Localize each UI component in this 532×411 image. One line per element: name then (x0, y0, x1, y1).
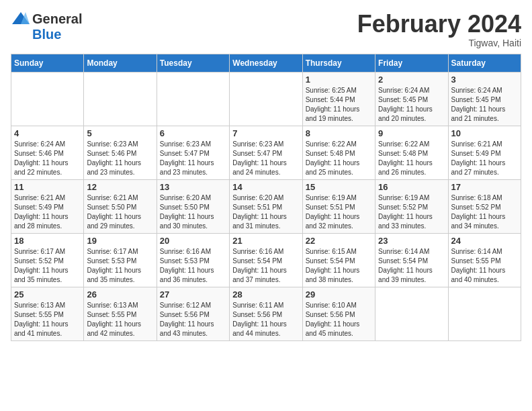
day-info: Sunrise: 6:22 AM Sunset: 5:48 PM Dayligh… (378, 140, 445, 177)
day-number: 8 (306, 128, 372, 138)
day-info: Sunrise: 6:13 AM Sunset: 5:55 PM Dayligh… (87, 301, 153, 338)
day-info: Sunrise: 6:14 AM Sunset: 5:55 PM Dayligh… (451, 247, 518, 285)
day-info: Sunrise: 6:20 AM Sunset: 5:50 PM Dayligh… (160, 193, 226, 231)
day-number: 10 (451, 128, 518, 138)
col-header-tuesday: Tuesday (157, 54, 229, 72)
calendar-cell: 22Sunrise: 6:15 AM Sunset: 5:54 PM Dayli… (302, 233, 375, 287)
day-info: Sunrise: 6:17 AM Sunset: 5:53 PM Dayligh… (87, 247, 153, 285)
day-info: Sunrise: 6:18 AM Sunset: 5:52 PM Dayligh… (451, 193, 518, 231)
col-header-monday: Monday (84, 54, 157, 72)
calendar-cell: 18Sunrise: 6:17 AM Sunset: 5:52 PM Dayli… (11, 233, 84, 287)
day-number: 20 (160, 236, 226, 246)
day-info: Sunrise: 6:24 AM Sunset: 5:45 PM Dayligh… (451, 86, 518, 124)
day-number: 12 (87, 182, 153, 192)
day-info: Sunrise: 6:17 AM Sunset: 5:52 PM Dayligh… (14, 247, 81, 285)
day-number: 18 (14, 236, 81, 246)
day-info: Sunrise: 6:23 AM Sunset: 5:46 PM Dayligh… (87, 140, 153, 177)
day-number: 19 (87, 236, 153, 246)
calendar-cell: 12Sunrise: 6:21 AM Sunset: 5:50 PM Dayli… (84, 179, 157, 233)
day-info: Sunrise: 6:24 AM Sunset: 5:45 PM Dayligh… (378, 86, 445, 124)
day-number: 29 (306, 289, 372, 300)
day-number: 21 (232, 236, 299, 246)
calendar-cell (375, 287, 448, 340)
calendar-cell: 27Sunrise: 6:12 AM Sunset: 5:56 PM Dayli… (157, 287, 229, 340)
logo-icon (11, 11, 31, 27)
day-number: 28 (232, 289, 299, 300)
col-header-saturday: Saturday (448, 54, 521, 72)
day-info: Sunrise: 6:16 AM Sunset: 5:54 PM Dayligh… (232, 247, 299, 285)
day-info: Sunrise: 6:24 AM Sunset: 5:46 PM Dayligh… (14, 140, 81, 177)
calendar-cell (157, 72, 229, 126)
day-number: 17 (451, 182, 518, 192)
title-block: February 2024 Tigwav, Haiti (357, 11, 521, 48)
calendar-cell: 4Sunrise: 6:24 AM Sunset: 5:46 PM Daylig… (11, 126, 84, 179)
calendar-cell: 1Sunrise: 6:25 AM Sunset: 5:44 PM Daylig… (302, 72, 375, 126)
day-number: 16 (378, 182, 445, 192)
calendar-cell: 8Sunrise: 6:22 AM Sunset: 5:48 PM Daylig… (302, 126, 375, 179)
day-number: 1 (306, 75, 372, 85)
calendar-table: SundayMondayTuesdayWednesdayThursdayFrid… (11, 54, 521, 341)
day-info: Sunrise: 6:19 AM Sunset: 5:51 PM Dayligh… (306, 193, 372, 231)
day-info: Sunrise: 6:22 AM Sunset: 5:48 PM Dayligh… (306, 140, 372, 177)
day-info: Sunrise: 6:21 AM Sunset: 5:50 PM Dayligh… (87, 193, 153, 231)
col-header-thursday: Thursday (302, 54, 375, 72)
calendar-cell: 9Sunrise: 6:22 AM Sunset: 5:48 PM Daylig… (375, 126, 448, 179)
day-info: Sunrise: 6:23 AM Sunset: 5:47 PM Dayligh… (232, 140, 299, 177)
calendar-cell: 6Sunrise: 6:23 AM Sunset: 5:47 PM Daylig… (157, 126, 229, 179)
day-number: 27 (160, 289, 226, 300)
calendar-cell: 24Sunrise: 6:14 AM Sunset: 5:55 PM Dayli… (448, 233, 521, 287)
day-number: 6 (160, 128, 226, 138)
day-info: Sunrise: 6:11 AM Sunset: 5:56 PM Dayligh… (232, 301, 299, 338)
day-info: Sunrise: 6:12 AM Sunset: 5:56 PM Dayligh… (160, 301, 226, 338)
day-info: Sunrise: 6:14 AM Sunset: 5:54 PM Dayligh… (378, 247, 445, 285)
calendar-cell (11, 72, 84, 126)
day-info: Sunrise: 6:21 AM Sunset: 5:49 PM Dayligh… (14, 193, 81, 231)
calendar-cell: 16Sunrise: 6:19 AM Sunset: 5:52 PM Dayli… (375, 179, 448, 233)
calendar-cell: 3Sunrise: 6:24 AM Sunset: 5:45 PM Daylig… (448, 72, 521, 126)
day-number: 11 (14, 182, 81, 192)
day-number: 9 (378, 128, 445, 138)
day-info: Sunrise: 6:10 AM Sunset: 5:56 PM Dayligh… (306, 301, 372, 338)
day-info: Sunrise: 6:25 AM Sunset: 5:44 PM Dayligh… (306, 86, 372, 124)
day-info: Sunrise: 6:20 AM Sunset: 5:51 PM Dayligh… (232, 193, 299, 231)
calendar-cell: 26Sunrise: 6:13 AM Sunset: 5:55 PM Dayli… (84, 287, 157, 340)
calendar-cell: 20Sunrise: 6:16 AM Sunset: 5:53 PM Dayli… (157, 233, 229, 287)
calendar-cell (230, 72, 302, 126)
day-info: Sunrise: 6:16 AM Sunset: 5:53 PM Dayligh… (160, 247, 226, 285)
page-header: General Blue February 2024 Tigwav, Haiti (11, 11, 521, 48)
calendar-cell: 17Sunrise: 6:18 AM Sunset: 5:52 PM Dayli… (448, 179, 521, 233)
day-number: 4 (14, 128, 81, 138)
day-info: Sunrise: 6:13 AM Sunset: 5:55 PM Dayligh… (14, 301, 81, 338)
location-text: Tigwav, Haiti (357, 38, 521, 48)
calendar-cell: 19Sunrise: 6:17 AM Sunset: 5:53 PM Dayli… (84, 233, 157, 287)
day-number: 23 (378, 236, 445, 246)
calendar-cell: 2Sunrise: 6:24 AM Sunset: 5:45 PM Daylig… (375, 72, 448, 126)
calendar-cell: 29Sunrise: 6:10 AM Sunset: 5:56 PM Dayli… (302, 287, 375, 340)
calendar-cell: 14Sunrise: 6:20 AM Sunset: 5:51 PM Dayli… (230, 179, 302, 233)
day-number: 15 (306, 182, 372, 192)
day-number: 2 (378, 75, 445, 85)
logo-blue-text: Blue (32, 27, 61, 42)
logo-general-text: General (32, 11, 82, 27)
calendar-cell: 7Sunrise: 6:23 AM Sunset: 5:47 PM Daylig… (230, 126, 302, 179)
day-number: 5 (87, 128, 153, 138)
calendar-cell (448, 287, 521, 340)
day-number: 3 (451, 75, 518, 85)
day-number: 26 (87, 289, 153, 300)
day-number: 14 (232, 182, 299, 192)
calendar-cell (84, 72, 157, 126)
calendar-cell: 23Sunrise: 6:14 AM Sunset: 5:54 PM Dayli… (375, 233, 448, 287)
day-number: 22 (306, 236, 372, 246)
day-number: 13 (160, 182, 226, 192)
calendar-cell: 28Sunrise: 6:11 AM Sunset: 5:56 PM Dayli… (230, 287, 302, 340)
col-header-friday: Friday (375, 54, 448, 72)
logo: General Blue (11, 11, 82, 42)
calendar-cell: 21Sunrise: 6:16 AM Sunset: 5:54 PM Dayli… (230, 233, 302, 287)
calendar-cell: 10Sunrise: 6:21 AM Sunset: 5:49 PM Dayli… (448, 126, 521, 179)
calendar-cell: 25Sunrise: 6:13 AM Sunset: 5:55 PM Dayli… (11, 287, 84, 340)
calendar-cell: 11Sunrise: 6:21 AM Sunset: 5:49 PM Dayli… (11, 179, 84, 233)
calendar-cell: 15Sunrise: 6:19 AM Sunset: 5:51 PM Dayli… (302, 179, 375, 233)
calendar-cell: 5Sunrise: 6:23 AM Sunset: 5:46 PM Daylig… (84, 126, 157, 179)
col-header-wednesday: Wednesday (230, 54, 302, 72)
day-info: Sunrise: 6:15 AM Sunset: 5:54 PM Dayligh… (306, 247, 372, 285)
